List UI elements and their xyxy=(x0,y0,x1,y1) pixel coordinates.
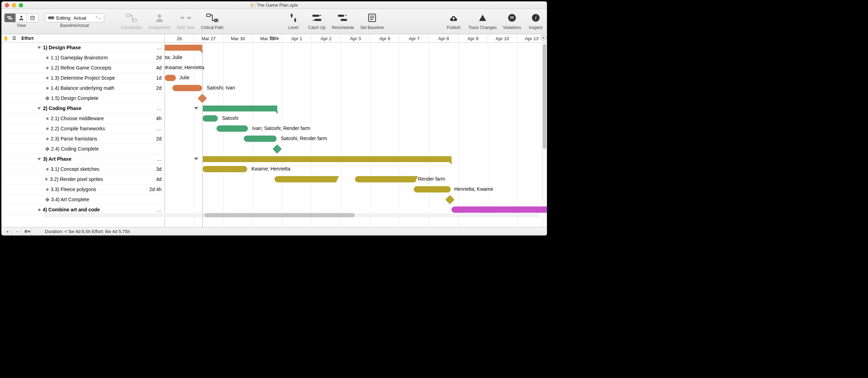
task-bar-segment[interactable] xyxy=(355,176,415,182)
disclosure-triangle-icon[interactable] xyxy=(37,158,41,160)
view-mode-resource[interactable] xyxy=(16,14,27,22)
disclosure-triangle-icon[interactable] xyxy=(37,46,41,49)
task-title[interactable]: 2.3) Parse framistans xyxy=(51,136,97,141)
task-effort[interactable]: … xyxy=(146,106,164,111)
task-bar[interactable] xyxy=(165,75,176,81)
tb-assignment[interactable]: Assignment xyxy=(149,11,171,30)
task-title[interactable]: 1.3) Determine Project Scope xyxy=(51,75,115,81)
add-button[interactable]: ＋ xyxy=(3,228,12,235)
outline-row[interactable]: 2) Coding Phase… xyxy=(1,103,164,114)
outline-row[interactable]: 3.2) Render pixel sprites4d xyxy=(1,174,164,184)
task-title[interactable]: 3) Art Phase xyxy=(43,156,71,162)
task-bar[interactable] xyxy=(451,206,547,213)
tb-publish[interactable]: Publish xyxy=(445,11,462,30)
remove-button[interactable]: － xyxy=(13,228,22,235)
date-header[interactable]: Apr 9 xyxy=(458,34,488,42)
outline-row[interactable]: 1.3) Determine Project Scope1d xyxy=(1,73,164,83)
date-header[interactable]: Apr 10 xyxy=(488,34,517,42)
view-mode-gantt[interactable] xyxy=(5,14,16,22)
task-title[interactable]: 4) Combine art and code xyxy=(43,207,100,212)
date-header[interactable]: 26 xyxy=(165,34,194,42)
task-title[interactable]: 1) Design Phase xyxy=(43,45,81,50)
task-effort[interactable]: … xyxy=(146,126,164,131)
outline-row[interactable]: 1) Design Phase… xyxy=(1,43,164,53)
summary-collapse-icon[interactable] xyxy=(194,107,198,110)
horizontal-scroll-thumb[interactable] xyxy=(204,213,355,217)
date-header[interactable]: Mar 27 xyxy=(194,34,223,42)
summary-collapse-icon[interactable] xyxy=(194,158,198,160)
task-effort[interactable]: 4d xyxy=(146,176,164,182)
tb-setbaseline[interactable]: Set Baseline xyxy=(360,11,384,30)
outline-row[interactable]: 3.1) Concept sketches3d xyxy=(1,164,164,174)
action-menu-button[interactable]: ✻▾ xyxy=(23,228,31,235)
disclosure-triangle-icon[interactable] xyxy=(37,107,41,110)
tb-catchup[interactable]: Catch Up xyxy=(308,11,326,30)
baseline-actual-select[interactable]: Editing: Actual ⌃⌄ xyxy=(45,13,104,22)
task-bar[interactable] xyxy=(172,85,202,91)
task-title[interactable]: 2.1) Choose middleware xyxy=(51,116,104,121)
tb-critical[interactable]: Critical Path xyxy=(201,11,224,30)
task-title[interactable]: 2.2) Compile frameworks xyxy=(51,126,105,131)
milestone-marker[interactable] xyxy=(272,144,282,154)
tb-split[interactable]: Split Task xyxy=(177,11,194,30)
task-effort[interactable]: 2d 4h xyxy=(146,187,164,192)
horizontal-scrollbar[interactable] xyxy=(43,213,540,217)
task-bar[interactable] xyxy=(216,125,248,132)
gantt-pane[interactable]: ta; JulieKwame; HenriettaJulieSatoshi; I… xyxy=(165,43,547,227)
task-bar[interactable] xyxy=(202,166,247,172)
tb-violations[interactable]: Violations xyxy=(503,11,521,30)
date-header[interactable]: Ap xyxy=(547,34,547,42)
task-bar[interactable] xyxy=(244,136,277,142)
task-effort[interactable]: 2d xyxy=(146,136,164,141)
view-mode-segmented[interactable] xyxy=(4,13,38,22)
date-header[interactable]: Apr 7 xyxy=(400,34,429,42)
outline-row[interactable]: 3) Art Phase… xyxy=(1,154,164,164)
summary-bar[interactable] xyxy=(202,106,277,111)
disclosure-triangle-icon[interactable] xyxy=(45,177,48,181)
tb-level[interactable]: Level xyxy=(285,11,302,30)
milestone-marker[interactable] xyxy=(445,195,455,204)
task-title[interactable]: 3.1) Concept sketches xyxy=(51,166,99,172)
tb-inspect[interactable]: i Inspect xyxy=(527,11,544,30)
tb-reschedule[interactable]: Reschedule xyxy=(332,11,354,30)
task-effort[interactable]: 4d xyxy=(146,65,164,71)
task-title[interactable]: 2) Coding Phase xyxy=(43,106,81,111)
task-title[interactable]: 3.4) Art Complete xyxy=(51,197,89,202)
date-header[interactable]: Mar 30 xyxy=(223,34,253,42)
date-header[interactable]: Apr 6 xyxy=(370,34,400,42)
date-header[interactable]: Apr 1 xyxy=(282,34,312,42)
task-title[interactable]: 3.3) Fleece polygons xyxy=(51,187,96,192)
task-title[interactable]: 1.1) Gameplay Brainstorm xyxy=(51,55,108,60)
task-effort[interactable]: 4h xyxy=(146,116,164,121)
task-effort[interactable]: … xyxy=(146,45,164,50)
task-effort[interactable]: 3d xyxy=(146,166,164,172)
outline-row[interactable]: 2.4) Coding Complete xyxy=(1,144,164,154)
task-effort[interactable]: … xyxy=(146,207,164,212)
task-bar[interactable] xyxy=(202,115,218,122)
outline-row[interactable]: 1.2) Refine Game Concepts4d xyxy=(1,63,164,73)
task-effort[interactable]: 1d xyxy=(146,75,164,81)
summary-bar[interactable] xyxy=(202,156,451,162)
outline-row[interactable]: 2.1) Choose middleware4h xyxy=(1,114,164,124)
tb-connection[interactable]: Connection xyxy=(121,11,142,30)
summary-bar[interactable] xyxy=(165,45,202,51)
outline-row[interactable]: 3.4) Art Complete xyxy=(1,195,164,205)
tb-track[interactable]: Track Changes xyxy=(468,11,497,30)
date-header[interactable]: Apr 8 xyxy=(429,34,458,42)
task-bar[interactable] xyxy=(414,186,451,192)
outline-row[interactable]: 2.2) Compile frameworks… xyxy=(1,124,164,134)
outline-row[interactable]: 1.5) Design Complete xyxy=(1,93,164,103)
date-header[interactable]: Apr 13 xyxy=(517,34,547,42)
task-title[interactable]: 1.4) Balance underlying math xyxy=(51,85,114,91)
task-title[interactable]: 1.5) Design Complete xyxy=(51,95,98,101)
outline-row[interactable]: 2.3) Parse framistans2d xyxy=(1,134,164,144)
timeline-header[interactable]: + 26Mar 27Mar 30Mar 31Apr 1Apr 2Apr 3Apr… xyxy=(165,34,547,42)
outline-row[interactable]: 1.4) Balance underlying math2d xyxy=(1,83,164,93)
outline-row[interactable]: 3.3) Fleece polygons2d 4h xyxy=(1,184,164,195)
task-title[interactable]: 3.2) Render pixel sprites xyxy=(50,176,103,182)
date-header[interactable]: Mar 31 xyxy=(253,34,282,42)
task-title[interactable]: 2.4) Coding Complete xyxy=(51,146,99,152)
outline-row[interactable]: 1.1) Gameplay Brainstorm2d xyxy=(1,53,164,63)
task-effort[interactable]: … xyxy=(146,156,164,162)
view-mode-calendar[interactable] xyxy=(27,14,38,22)
